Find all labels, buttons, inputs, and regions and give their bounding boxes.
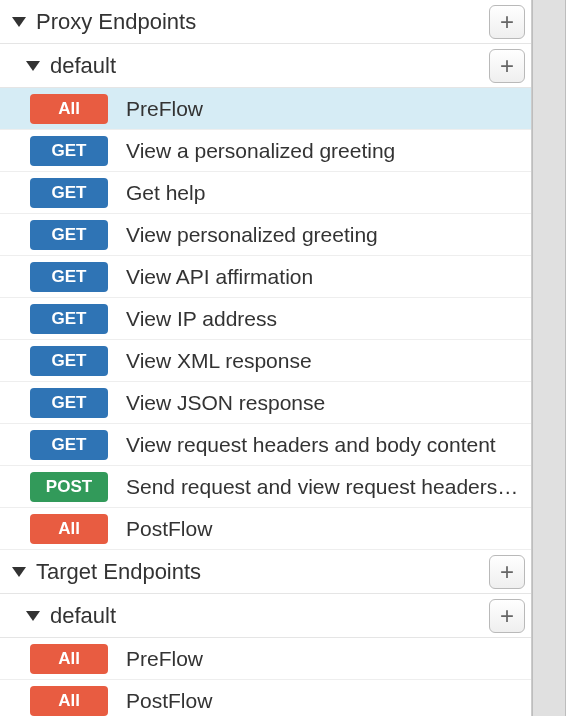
method-badge: GET bbox=[30, 346, 108, 376]
flow-row[interactable]: All PostFlow bbox=[0, 508, 531, 550]
flow-label: View API affirmation bbox=[126, 265, 521, 289]
flow-row[interactable]: POST Send request and view request heade… bbox=[0, 466, 531, 508]
method-badge: GET bbox=[30, 178, 108, 208]
chevron-down-icon bbox=[26, 611, 40, 621]
method-badge: All bbox=[30, 514, 108, 544]
flow-row[interactable]: GET View request headers and body conten… bbox=[0, 424, 531, 466]
flow-row[interactable]: GET Get help bbox=[0, 172, 531, 214]
flow-row[interactable]: GET View JSON response bbox=[0, 382, 531, 424]
method-badge: POST bbox=[30, 472, 108, 502]
vertical-scrollbar[interactable] bbox=[532, 0, 566, 716]
add-flow-button[interactable]: + bbox=[489, 49, 525, 83]
method-badge: GET bbox=[30, 304, 108, 334]
flow-row[interactable]: All PostFlow bbox=[0, 680, 531, 716]
group-title: default bbox=[50, 53, 489, 79]
flow-label: PreFlow bbox=[126, 97, 521, 121]
method-badge: GET bbox=[30, 388, 108, 418]
method-badge: GET bbox=[30, 262, 108, 292]
endpoint-group-target-default[interactable]: default + bbox=[0, 594, 531, 638]
flow-row[interactable]: GET View a personalized greeting bbox=[0, 130, 531, 172]
flow-label: View IP address bbox=[126, 307, 521, 331]
flow-label: PostFlow bbox=[126, 689, 521, 713]
flow-label: Send request and view request headers an… bbox=[126, 475, 521, 499]
method-badge: All bbox=[30, 94, 108, 124]
flow-label: PreFlow bbox=[126, 647, 521, 671]
add-target-endpoint-button[interactable]: + bbox=[489, 555, 525, 589]
flow-row[interactable]: All PreFlow bbox=[0, 638, 531, 680]
flow-label: View request headers and body content bbox=[126, 433, 521, 457]
flow-label: View personalized greeting bbox=[126, 223, 521, 247]
flow-label: View JSON response bbox=[126, 391, 521, 415]
method-badge: GET bbox=[30, 220, 108, 250]
section-title: Target Endpoints bbox=[36, 559, 489, 585]
flow-row[interactable]: GET View personalized greeting bbox=[0, 214, 531, 256]
flow-label: PostFlow bbox=[126, 517, 521, 541]
flow-label: Get help bbox=[126, 181, 521, 205]
plus-icon: + bbox=[500, 54, 514, 78]
method-badge: GET bbox=[30, 136, 108, 166]
endpoint-group-proxy-default[interactable]: default + bbox=[0, 44, 531, 88]
plus-icon: + bbox=[500, 604, 514, 628]
flow-label: View XML response bbox=[126, 349, 521, 373]
plus-icon: + bbox=[500, 560, 514, 584]
flow-row[interactable]: GET View XML response bbox=[0, 340, 531, 382]
chevron-down-icon bbox=[12, 567, 26, 577]
section-title: Proxy Endpoints bbox=[36, 9, 489, 35]
method-badge: All bbox=[30, 644, 108, 674]
method-badge: GET bbox=[30, 430, 108, 460]
section-header-target-endpoints[interactable]: Target Endpoints + bbox=[0, 550, 531, 594]
flow-label: View a personalized greeting bbox=[126, 139, 521, 163]
add-flow-button[interactable]: + bbox=[489, 599, 525, 633]
add-proxy-endpoint-button[interactable]: + bbox=[489, 5, 525, 39]
navigator-panel: Proxy Endpoints + default + All PreFlow … bbox=[0, 0, 532, 716]
group-title: default bbox=[50, 603, 489, 629]
plus-icon: + bbox=[500, 10, 514, 34]
flow-row[interactable]: All PreFlow bbox=[0, 88, 531, 130]
method-badge: All bbox=[30, 686, 108, 716]
chevron-down-icon bbox=[12, 17, 26, 27]
flow-row[interactable]: GET View IP address bbox=[0, 298, 531, 340]
section-header-proxy-endpoints[interactable]: Proxy Endpoints + bbox=[0, 0, 531, 44]
chevron-down-icon bbox=[26, 61, 40, 71]
flow-row[interactable]: GET View API affirmation bbox=[0, 256, 531, 298]
